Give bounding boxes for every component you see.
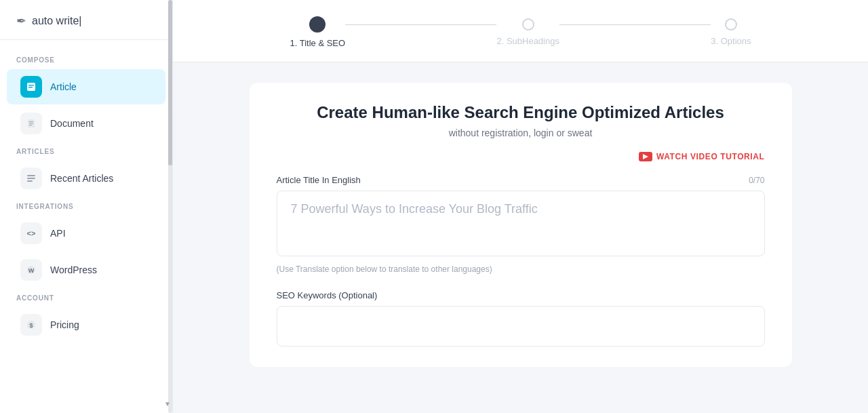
- article-title-counter: 0/70: [749, 176, 764, 185]
- svg-rect-4: [29, 121, 33, 122]
- section-label-account: ACCOUNT: [0, 289, 172, 306]
- sidebar-item-api-label: API: [50, 228, 66, 239]
- svg-rect-2: [28, 87, 33, 88]
- stepper: 1. Title & SEO 2. SubHeadings 3. Options: [290, 16, 751, 48]
- sidebar: ✒ auto write| COMPOSE Article: [0, 0, 173, 413]
- stepper-label-2: 2. SubHeadings: [496, 36, 559, 46]
- watch-video-link[interactable]: WATCH VIDEO TUTORIAL: [639, 152, 765, 161]
- sidebar-item-api[interactable]: <> API: [7, 216, 165, 251]
- sidebar-item-article[interactable]: Article: [7, 69, 165, 104]
- main-content: 1. Title & SEO 2. SubHeadings 3. Options…: [173, 0, 868, 413]
- section-label-compose: COMPOSE: [0, 51, 172, 68]
- api-icon: <>: [20, 222, 42, 244]
- svg-rect-7: [27, 175, 35, 176]
- section-label-integrations: INTEGRATIONS: [0, 197, 172, 214]
- sidebar-item-pricing-label: Pricing: [50, 319, 79, 330]
- svg-rect-8: [27, 178, 35, 179]
- seo-keywords-label: SEO Keywords (Optional): [277, 290, 765, 300]
- wordpress-icon: W: [20, 259, 42, 281]
- svg-text:$: $: [29, 322, 33, 329]
- svg-text:W: W: [28, 267, 35, 274]
- stepper-step-2[interactable]: 2. SubHeadings: [496, 18, 559, 46]
- svg-rect-6: [29, 125, 32, 125]
- logo-icon: ✒: [16, 14, 26, 28]
- stepper-step-3[interactable]: 3. Options: [711, 18, 751, 46]
- content-area: Create Human-like Search Engine Optimize…: [173, 62, 868, 413]
- video-tutorial-label: WATCH VIDEO TUTORIAL: [656, 152, 765, 161]
- sidebar-item-pricing[interactable]: $ Pricing: [7, 307, 165, 342]
- article-title-input[interactable]: [277, 191, 765, 256]
- sidebar-item-recent-label: Recent Articles: [50, 173, 113, 184]
- logo-area: ✒ auto write|: [0, 0, 172, 40]
- stepper-step-1[interactable]: 1. Title & SEO: [290, 16, 346, 48]
- document-icon: [20, 113, 42, 134]
- article-title-label-row: Article Title In English 0/70: [277, 175, 765, 185]
- logo-text: auto write|: [32, 15, 82, 27]
- sidebar-scrollbar-thumb: [168, 0, 172, 165]
- video-tutorial-row: WATCH VIDEO TUTORIAL: [277, 152, 765, 161]
- sidebar-scrollbar[interactable]: ▼: [168, 0, 172, 413]
- page-subtitle: without registration, login or sweat: [277, 127, 765, 138]
- article-icon: [20, 76, 42, 98]
- page-title: Create Human-like Search Engine Optimize…: [277, 103, 765, 122]
- svg-rect-1: [28, 85, 34, 86]
- youtube-icon: [639, 152, 652, 161]
- scroll-down-arrow: ▼: [164, 400, 171, 408]
- svg-rect-5: [29, 123, 33, 124]
- sidebar-item-document[interactable]: Document: [7, 106, 165, 141]
- youtube-play-triangle: [643, 154, 648, 159]
- sidebar-item-wordpress[interactable]: W WordPress: [7, 252, 165, 288]
- sidebar-item-document-label: Document: [50, 118, 94, 129]
- stepper-line-1: [345, 24, 496, 26]
- stepper-label-1: 1. Title & SEO: [290, 38, 346, 48]
- stepper-circle-1: [309, 16, 326, 33]
- article-title-label: Article Title In English: [277, 175, 361, 185]
- recent-articles-icon: [20, 168, 42, 189]
- seo-keywords-input[interactable]: [277, 306, 765, 347]
- section-label-articles: ARTICLES: [0, 142, 172, 159]
- translate-hint: (Use Translate option below to translate…: [277, 264, 765, 274]
- sidebar-item-article-label: Article: [50, 81, 77, 92]
- pricing-icon: $: [20, 314, 42, 336]
- sidebar-item-wordpress-label: WordPress: [50, 264, 97, 275]
- stepper-circle-3: [725, 18, 737, 31]
- stepper-circle-2: [522, 18, 534, 31]
- stepper-line-2: [559, 24, 711, 26]
- stepper-label-3: 3. Options: [711, 36, 751, 46]
- stepper-container: 1. Title & SEO 2. SubHeadings 3. Options: [173, 0, 868, 62]
- svg-rect-9: [27, 180, 33, 182]
- sidebar-content: COMPOSE Article Document: [0, 40, 172, 413]
- content-card: Create Human-like Search Engine Optimize…: [250, 83, 792, 367]
- sidebar-item-recent-articles[interactable]: Recent Articles: [7, 161, 165, 196]
